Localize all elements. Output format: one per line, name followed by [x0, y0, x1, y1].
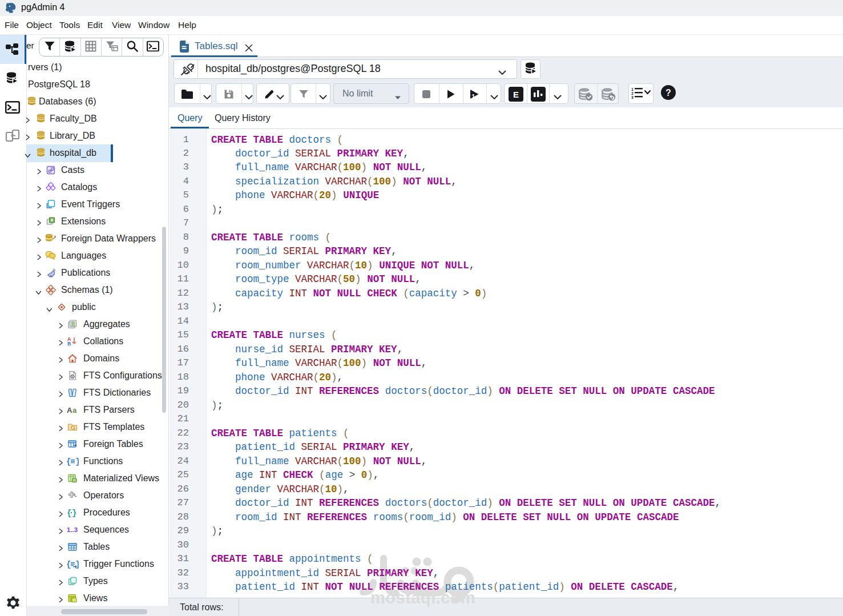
- svg-text:{: {: [66, 457, 71, 466]
- svg-text:3: 3: [631, 95, 634, 99]
- svg-text:1..3: 1..3: [67, 526, 78, 533]
- svg-text:?: ?: [665, 88, 671, 98]
- svg-text:2: 2: [631, 91, 634, 95]
- svg-text:{: {: [67, 509, 71, 518]
- svg-text:{: {: [66, 560, 71, 569]
- svg-text:1: 1: [471, 93, 475, 100]
- svg-text:}: }: [75, 457, 79, 466]
- svg-text:}: }: [75, 560, 79, 569]
- svg-text:1: 1: [631, 87, 634, 91]
- svg-text:B: B: [67, 341, 71, 347]
- svg-text:}: }: [72, 509, 76, 518]
- svg-text:a: a: [72, 406, 77, 414]
- svg-text:E: E: [513, 90, 519, 99]
- svg-text:A: A: [67, 406, 72, 414]
